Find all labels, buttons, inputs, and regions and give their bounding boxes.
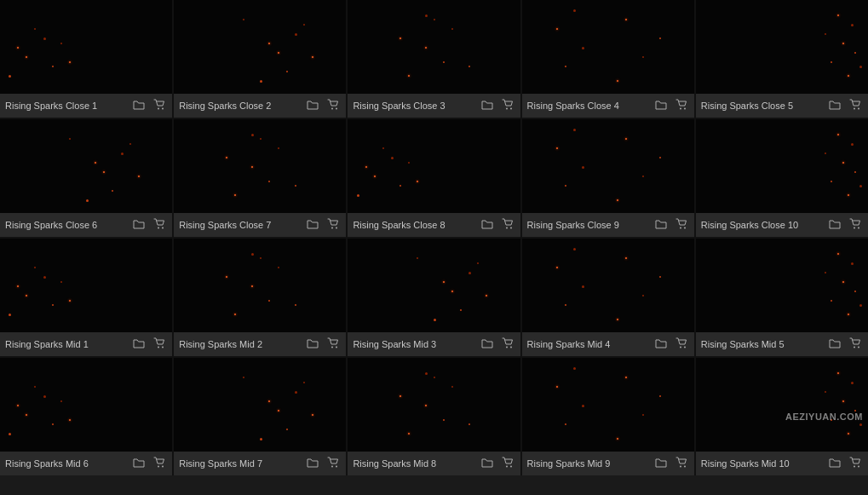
spark-particle	[477, 262, 479, 264]
folder-icon[interactable]	[827, 99, 842, 113]
folder-icon[interactable]	[653, 99, 669, 113]
spark-particle	[69, 419, 71, 421]
spark-particle	[26, 56, 27, 58]
svg-point-4	[506, 108, 508, 110]
grid-item-15[interactable]: Rising Sparks Mid 5	[696, 239, 868, 356]
folder-icon[interactable]	[131, 337, 147, 352]
grid-item-10[interactable]: Rising Sparks Close 10	[696, 119, 868, 237]
folder-icon[interactable]	[305, 337, 320, 352]
grid-item-6[interactable]: Rising Sparks Close 6	[0, 119, 172, 237]
spark-particle	[268, 43, 270, 44]
item-title: Rising Sparks Close 7	[179, 220, 305, 230]
folder-icon[interactable]	[653, 457, 669, 471]
grid-item-17[interactable]: Rising Sparks Mid 7	[174, 358, 346, 475]
folder-icon[interactable]	[480, 99, 495, 113]
svg-point-25	[510, 347, 512, 348]
cart-icon[interactable]	[152, 98, 167, 113]
cart-icon[interactable]	[325, 456, 341, 471]
cart-icon[interactable]	[848, 456, 863, 471]
grid-item-12[interactable]: Rising Sparks Mid 2	[174, 239, 346, 356]
grid-item-11[interactable]: Rising Sparks Mid 1	[0, 239, 172, 356]
thumbnail	[0, 358, 172, 452]
spark-particle	[443, 61, 445, 63]
svg-point-33	[336, 466, 337, 468]
cart-icon[interactable]	[325, 217, 341, 233]
thumbnail	[174, 0, 346, 94]
grid-item-7[interactable]: Rising Sparks Close 7	[174, 119, 346, 237]
folder-icon[interactable]	[131, 218, 147, 233]
cart-icon[interactable]	[152, 217, 167, 233]
spark-particle	[831, 419, 832, 421]
folder-icon[interactable]	[827, 457, 842, 471]
grid-item-1[interactable]: Rising Sparks Close 1	[0, 0, 172, 118]
grid-item-16[interactable]: Rising Sparks Mid 6	[0, 358, 172, 475]
folder-icon[interactable]	[480, 337, 495, 352]
item-actions	[653, 98, 689, 113]
spark-particle	[434, 19, 435, 20]
folder-icon[interactable]	[480, 457, 495, 471]
grid-item-19[interactable]: Rising Sparks Mid 9	[522, 358, 694, 475]
cart-icon[interactable]	[674, 337, 689, 352]
cart-icon[interactable]	[500, 98, 515, 113]
spark-particle	[617, 438, 618, 440]
item-label-bar: Rising Sparks Mid 6	[0, 452, 172, 475]
spark-particle	[243, 19, 244, 20]
spark-particle	[251, 285, 253, 287]
grid-item-5[interactable]: Rising Sparks Close 5	[696, 0, 868, 118]
grid-item-14[interactable]: Rising Sparks Mid 4	[522, 239, 694, 356]
grid-item-8[interactable]: Rising Sparks Close 8	[348, 119, 520, 237]
cart-icon[interactable]	[152, 337, 167, 352]
grid-item-13[interactable]: Rising Sparks Mid 3	[348, 239, 520, 356]
spark-particle	[26, 295, 27, 296]
cart-icon[interactable]	[500, 337, 515, 352]
item-title: Rising Sparks Close 10	[701, 220, 827, 230]
grid-item-20[interactable]: AEZIYUAN.COM Rising Sparks Mid 10	[696, 358, 868, 475]
grid-item-9[interactable]: Rising Sparks Close 9	[522, 119, 694, 237]
svg-point-1	[162, 108, 164, 110]
item-title: Rising Sparks Close 4	[527, 101, 653, 111]
spark-particle	[286, 71, 288, 72]
folder-icon[interactable]	[305, 99, 320, 113]
folder-icon[interactable]	[305, 218, 320, 233]
cart-icon[interactable]	[674, 98, 689, 113]
spark-particle	[408, 162, 410, 164]
cart-icon[interactable]	[674, 217, 689, 233]
cart-icon[interactable]	[500, 217, 515, 233]
thumbnail	[0, 0, 172, 94]
spark-particle	[278, 267, 279, 268]
cart-icon[interactable]	[325, 337, 341, 352]
spark-particle	[625, 19, 627, 20]
grid-item-3[interactable]: Rising Sparks Close 3	[348, 0, 520, 118]
spark-particle	[565, 423, 566, 425]
svg-point-10	[158, 227, 159, 229]
folder-icon[interactable]	[305, 457, 320, 471]
cart-icon[interactable]	[848, 217, 863, 233]
grid-item-4[interactable]: Rising Sparks Close 4	[522, 0, 694, 118]
folder-icon[interactable]	[653, 337, 669, 352]
spark-particle	[617, 80, 618, 82]
folder-icon[interactable]	[653, 218, 669, 233]
folder-icon[interactable]	[480, 218, 495, 233]
thumbnail	[0, 119, 172, 213]
item-actions	[305, 456, 341, 471]
cart-icon[interactable]	[325, 98, 341, 113]
cart-icon[interactable]	[848, 337, 863, 352]
folder-icon[interactable]	[827, 337, 842, 352]
folder-icon[interactable]	[131, 457, 147, 471]
svg-point-0	[158, 108, 159, 110]
item-actions	[480, 456, 515, 471]
folder-icon[interactable]	[131, 99, 147, 113]
spark-particle	[859, 66, 862, 68]
spark-particle	[825, 33, 826, 35]
cart-icon[interactable]	[848, 98, 863, 113]
cart-icon[interactable]	[674, 456, 689, 471]
spark-particle	[468, 272, 471, 274]
spark-particle	[573, 367, 576, 370]
grid-item-2[interactable]: Rising Sparks Close 2	[174, 0, 346, 118]
spark-particle	[825, 272, 826, 273]
folder-icon[interactable]	[827, 218, 842, 233]
spark-particle	[468, 423, 470, 425]
cart-icon[interactable]	[152, 456, 167, 471]
cart-icon[interactable]	[500, 456, 515, 471]
grid-item-18[interactable]: Rising Sparks Mid 8	[348, 358, 520, 475]
